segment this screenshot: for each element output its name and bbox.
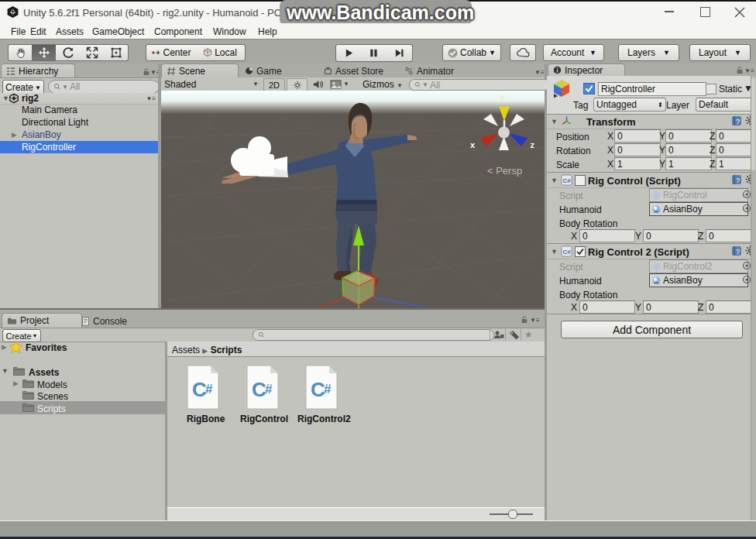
svg-text:?: ?	[736, 248, 740, 256]
svg-text:y: y	[500, 93, 504, 101]
svg-text:#: #	[265, 382, 273, 397]
svg-text:?: ?	[736, 177, 740, 184]
svg-text:#: #	[205, 382, 213, 397]
svg-text:< Persp: < Persp	[487, 165, 522, 177]
svg-text:C#: C#	[562, 249, 571, 256]
svg-text:?: ?	[736, 118, 740, 125]
svg-text:C#: C#	[562, 177, 571, 184]
svg-text:#: #	[324, 382, 332, 397]
svg-text:z: z	[531, 140, 535, 149]
svg-text:x: x	[470, 140, 476, 149]
